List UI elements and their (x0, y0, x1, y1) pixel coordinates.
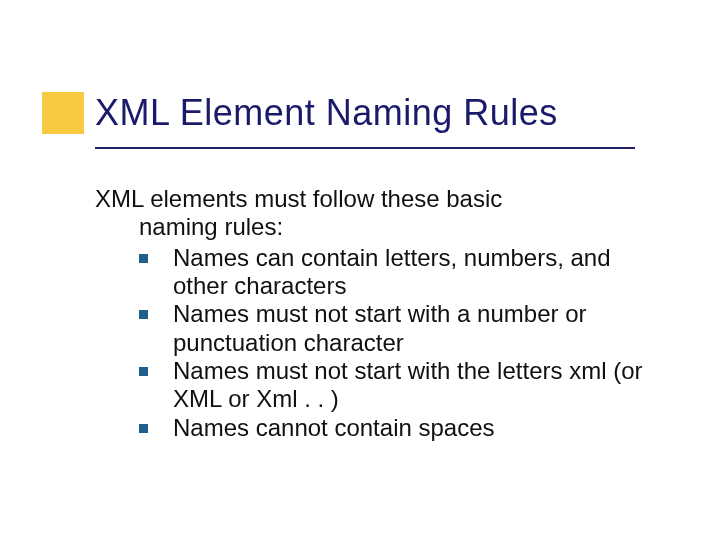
square-bullet-icon (139, 254, 148, 263)
bullet-text: Names can contain letters, numbers, and … (173, 244, 611, 299)
intro-line-2: naming rules: (95, 213, 660, 241)
list-item: Names must not start with a number or pu… (139, 300, 660, 357)
body-block: XML elements must follow these basic nam… (95, 185, 660, 442)
bullet-text: Names must not start with a number or pu… (173, 300, 586, 355)
intro-line-1: XML elements must follow these basic (95, 185, 502, 212)
square-bullet-icon (139, 367, 148, 376)
title-block: XML Element Naming Rules (95, 92, 680, 139)
intro-text: XML elements must follow these basic nam… (95, 185, 660, 242)
bullet-text: Names must not start with the letters xm… (173, 357, 642, 412)
list-item: Names must not start with the letters xm… (139, 357, 660, 414)
title-underline (95, 147, 635, 149)
list-item: Names can contain letters, numbers, and … (139, 244, 660, 301)
accent-square (42, 92, 84, 134)
bullet-list: Names can contain letters, numbers, and … (95, 244, 660, 442)
bullet-text: Names cannot contain spaces (173, 414, 495, 441)
square-bullet-icon (139, 424, 148, 433)
list-item: Names cannot contain spaces (139, 414, 660, 442)
slide-title: XML Element Naming Rules (95, 92, 680, 133)
square-bullet-icon (139, 310, 148, 319)
